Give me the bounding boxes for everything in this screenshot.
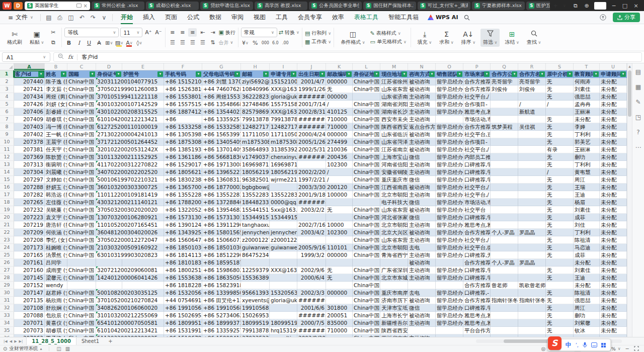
cell[interactable]: +86 1354402198: [202, 108, 241, 116]
cell[interactable]: XXX@163.c: [270, 108, 297, 116]
cell[interactable]: 新疆维吾尔: [380, 319, 408, 327]
cell[interactable]: [67, 282, 96, 289]
cell[interactable]: 陈子逸 (男: [45, 78, 67, 85]
cell[interactable]: 135522836: [241, 191, 270, 199]
cell[interactable]: +86 1355228361: [202, 191, 241, 199]
cell[interactable]: 956613934: [241, 289, 270, 297]
cell[interactable]: 合作方推荐: [463, 259, 491, 267]
cell[interactable]: 2005/1/26: [297, 138, 326, 146]
cell[interactable]: China中国: [353, 176, 380, 184]
cell[interactable]: 北京市朝阳: [380, 221, 408, 229]
cell[interactable]: China中国: [67, 312, 96, 319]
cell[interactable]: 未分配: [600, 176, 627, 184]
cell[interactable]: [326, 199, 353, 206]
document-tab[interactable]: S高学历 教授.xlsx: [255, 2, 307, 10]
cell[interactable]: [518, 244, 546, 251]
cell[interactable]: 108409964: [241, 85, 270, 93]
cell[interactable]: ########: [297, 312, 326, 319]
close-tab-icon[interactable]: ×: [84, 3, 88, 9]
font-color-button[interactable]: A∨: [125, 39, 133, 47]
cell[interactable]: [353, 93, 380, 101]
cell[interactable]: China中国: [67, 116, 96, 123]
cell[interactable]: 2002/9/6: [297, 267, 326, 274]
cell[interactable]: 上海市长宁: [380, 312, 408, 319]
cell[interactable]: 电子科技大: [380, 199, 408, 206]
cell[interactable]: 合作项目-: [463, 101, 491, 108]
cell[interactable]: +86 18182281: [164, 282, 202, 289]
save-icon[interactable]: ▤: [44, 13, 54, 23]
cell[interactable]: 舒欣娴 (女: [45, 304, 67, 312]
cell[interactable]: ########: [297, 123, 326, 131]
cell[interactable]: +44 7460762888: [202, 85, 241, 93]
cell[interactable]: 207173: [14, 244, 45, 251]
cell[interactable]: China中国: [353, 85, 380, 93]
cell[interactable]: 被动咨询: [408, 206, 436, 214]
cell[interactable]: [518, 221, 546, 229]
cell[interactable]: 被动咨询: [408, 297, 436, 304]
cell[interactable]: 207232: [14, 206, 45, 214]
cell[interactable]: 留学总经办: [436, 221, 463, 229]
cell[interactable]: 雅思考点,雅: [463, 108, 491, 116]
cell[interactable]: 362228235: [241, 93, 270, 101]
column-header-P[interactable]: P: [463, 63, 491, 70]
cell[interactable]: 2003/4/2: [297, 229, 326, 236]
cell[interactable]: 雅思考点,雅: [463, 221, 491, 229]
row-header[interactable]: 28: [0, 274, 14, 282]
merge-cells-button[interactable]: 合并∨: [218, 39, 233, 46]
sheet-nav-icon[interactable]: ◀: [10, 339, 12, 343]
column-header-H[interactable]: H: [241, 63, 270, 70]
cell[interactable]: /: [326, 168, 353, 176]
cell[interactable]: 去电: [408, 289, 436, 297]
cell[interactable]: [380, 282, 408, 289]
cell[interactable]: 207165: [14, 251, 45, 259]
cell[interactable]: 微信: [408, 304, 436, 312]
restore-button[interactable]: □: [621, 3, 628, 9]
cell[interactable]: wendy: [45, 282, 67, 289]
cell[interactable]: 王晨宇 (男: [45, 138, 67, 146]
cell[interactable]: China中国: [353, 274, 380, 282]
cell[interactable]: +86 15320563: [164, 289, 202, 297]
cell[interactable]: 2000/7/5: [297, 319, 326, 327]
cell[interactable]: 江苏省南京: [380, 146, 408, 153]
column-header-K[interactable]: K: [326, 63, 353, 70]
cell[interactable]: 口碑推荐,学: [463, 168, 491, 176]
rows-columns-button[interactable]: ▤行和列∨: [305, 30, 331, 37]
cell[interactable]: 327484864: [241, 101, 270, 108]
cell[interactable]: 合作方推荐: [463, 78, 491, 85]
cell[interactable]: z20001227: [241, 236, 270, 244]
cell[interactable]: +86 1580156591: [202, 229, 241, 236]
wrap-text-button[interactable]: ▣换行: [218, 29, 235, 36]
row-header[interactable]: 14: [0, 168, 14, 176]
cell[interactable]: 被动咨询: [408, 312, 436, 319]
cell[interactable]: 370503200302020020: [96, 206, 122, 214]
cell[interactable]: [326, 214, 353, 221]
cell[interactable]: +86 1354866895: [202, 101, 241, 108]
cell[interactable]: 唐浩轩 (男: [45, 221, 67, 229]
paste-button[interactable]: ▣ 粘贴 ∨: [27, 29, 46, 47]
cell[interactable]: 无: [546, 206, 574, 214]
fill-button[interactable]: ⤓ 填充 ∨: [415, 29, 434, 47]
cell[interactable]: 207282: [14, 191, 45, 199]
cell[interactable]: +86 13851932: [164, 146, 202, 153]
cell[interactable]: 西安市未央: [380, 116, 408, 123]
cell[interactable]: 207378: [14, 138, 45, 146]
menu-tab-页面[interactable]: 页面: [160, 11, 182, 24]
cell[interactable]: 110101: [326, 244, 353, 251]
cell[interactable]: 丁利利: [574, 131, 600, 138]
cell[interactable]: 未分配: [600, 93, 627, 101]
document-tab[interactable]: S贷款申请信息.xlsx: [200, 2, 253, 10]
cell[interactable]: 留学总经办: [436, 153, 463, 161]
cell[interactable]: +86 17882007: [164, 199, 202, 206]
cell[interactable]: [491, 138, 518, 146]
cell[interactable]: +86 1360831276: [202, 176, 241, 184]
cell[interactable]: 被动咨询: [408, 229, 436, 236]
filter-dropdown-icon[interactable]: ▾: [38, 71, 44, 77]
cell[interactable]: +86 15332585: [164, 123, 202, 131]
cell[interactable]: [491, 251, 518, 259]
cell[interactable]: +86 18099519: [164, 319, 202, 327]
cell[interactable]: 赵君婷 (女: [45, 289, 67, 297]
cell[interactable]: 2002/5/31: [297, 146, 326, 153]
ime-punctuation-icon[interactable]: ’,: [576, 342, 579, 348]
cell[interactable]: 110105200207165451: [96, 221, 122, 229]
cell[interactable]: 未分配: [600, 236, 627, 244]
